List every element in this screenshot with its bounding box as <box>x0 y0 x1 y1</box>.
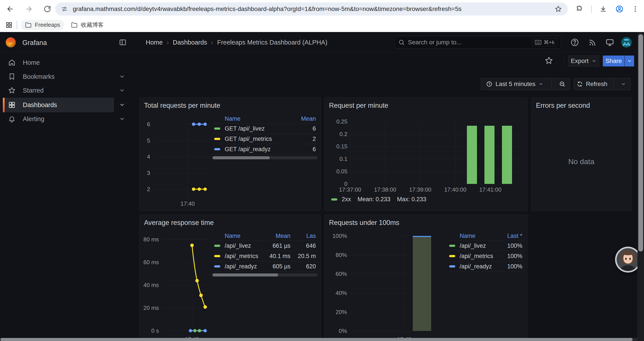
series-chip-yellow <box>449 255 455 257</box>
legend-table: Name Last * /api/_livez 100% /api/_metri… <box>448 231 524 272</box>
star-icon <box>8 87 16 94</box>
download-icon[interactable] <box>598 4 608 14</box>
url-bar[interactable]: grafana.mathmast.com/d/deytv4rwavabkb/fr… <box>55 3 568 16</box>
legend-row[interactable]: /api/_metrics 40.1 ms 20.5 m <box>212 251 318 261</box>
breadcrumb-current: Freeleaps Metrics Dashboard (ALPHA) <box>217 39 328 46</box>
chevron-down-icon[interactable] <box>119 102 125 108</box>
legend-col-name[interactable]: Name <box>460 233 494 239</box>
zoom-out-button[interactable] <box>555 78 570 90</box>
series-chip-blue <box>214 148 220 150</box>
series-chip-blue <box>214 265 220 267</box>
help-icon[interactable] <box>570 38 579 47</box>
legend-row[interactable]: GET /api/_livez 6 <box>212 124 318 134</box>
series-chip-green <box>331 198 337 201</box>
share-button[interactable]: Share <box>603 56 624 67</box>
forward-icon[interactable] <box>24 4 34 14</box>
legend-col-mean[interactable]: Mean <box>296 115 316 122</box>
legend-row[interactable]: /api/_livez 661 µs 646 <box>212 241 318 251</box>
chevron-down-icon[interactable] <box>119 88 125 93</box>
sidebar-item-home[interactable]: Home <box>0 56 132 70</box>
profile-icon[interactable] <box>615 4 624 14</box>
extensions-icon[interactable] <box>574 4 584 14</box>
horizontal-scrollbar-thumb[interactable] <box>0 338 632 341</box>
y-tick: 20% <box>328 309 347 315</box>
legend-row[interactable]: /api/_livez 100% <box>448 241 524 251</box>
legend-col-last[interactable]: Las <box>295 233 316 239</box>
folder-icon <box>25 22 32 29</box>
y-tick: 5 <box>143 137 150 144</box>
breadcrumb-dashboards[interactable]: Dashboards <box>173 39 207 46</box>
bookmark-folder-blogs[interactable]: 收藏博客 <box>67 19 108 31</box>
chevron-down-icon[interactable] <box>119 74 125 80</box>
legend-col-name[interactable]: Name <box>225 115 292 122</box>
keyboard-icon <box>535 40 542 45</box>
menu-dots-icon[interactable] <box>630 4 640 14</box>
dock-sidebar-icon[interactable] <box>119 39 126 46</box>
legend-col-mean[interactable]: Mean <box>264 233 290 239</box>
export-button[interactable]: Export <box>568 56 599 67</box>
legend-row[interactable]: /api/_readyz 605 µs 620 <box>212 261 318 272</box>
panel-avg-response-time[interactable]: Average response time 80 ms 60 ms 40 ms … <box>140 215 321 341</box>
refresh-group: Refresh <box>574 78 630 90</box>
site-settings-icon[interactable] <box>61 6 68 13</box>
panel-requests-under-100ms[interactable]: Requests under 100ms 100% 80% 60% 40% 20… <box>324 215 528 341</box>
favorite-star-icon[interactable] <box>544 56 553 65</box>
sidebar-item-bookmarks[interactable]: Bookmarks <box>0 70 132 84</box>
breadcrumb-separator: › <box>211 39 213 46</box>
legend-inline[interactable]: 2xx Mean: 0.233 Max: 0.233 <box>331 196 426 203</box>
series-chip-blue <box>449 265 455 267</box>
y-tick: 0.25 <box>329 118 348 125</box>
news-rss-icon[interactable] <box>588 38 597 47</box>
apps-grid-icon[interactable] <box>6 22 12 28</box>
legend-col-name[interactable]: Name <box>225 233 260 239</box>
url-text[interactable]: grafana.mathmast.com/d/deytv4rwavabkb/fr… <box>73 6 554 13</box>
time-range-picker[interactable]: Last 5 minutes <box>481 78 548 90</box>
refresh-button[interactable]: Refresh <box>574 78 610 90</box>
bookmark-folder-freeleaps[interactable]: Freeleaps <box>21 20 64 30</box>
bar-2xx <box>467 126 477 184</box>
bookmark-star-icon[interactable] <box>554 5 562 13</box>
y-tick: 4 <box>143 153 150 160</box>
series-chip-yellow <box>214 255 220 257</box>
legend-table: Name Mean GET /api/_livez 6 GET /api/_me… <box>212 114 318 159</box>
refresh-interval-dropdown[interactable] <box>616 78 630 90</box>
sidebar-item-starred[interactable]: Starred <box>0 83 132 97</box>
vertical-scrollbar-thumb[interactable] <box>638 34 643 251</box>
sidebar-item-label: Bookmarks <box>23 73 54 80</box>
panel-total-requests[interactable]: Total requests per minute 6 5 4 3 2 17:4… <box>140 97 321 211</box>
legend-row[interactable]: /api/_metrics 100% <box>448 251 524 261</box>
search-input[interactable] <box>408 39 529 46</box>
legend-row[interactable]: GET /api/_readyz 6 <box>212 144 318 154</box>
sidebar-item-alerting[interactable]: Alerting <box>0 112 132 126</box>
reload-icon[interactable] <box>42 4 52 14</box>
share-dropdown-button[interactable] <box>625 56 634 67</box>
horizontal-scrollbar-track[interactable] <box>0 338 638 341</box>
monitor-icon[interactable] <box>606 38 614 47</box>
user-avatar[interactable] <box>621 37 632 48</box>
sidebar-item-dashboards[interactable]: Dashboards <box>0 98 132 112</box>
x-tick: 17:37:00 <box>339 186 361 193</box>
legend-row[interactable]: GET /api/_metrics 2 <box>212 134 318 144</box>
legend-row[interactable]: /api/_readyz 100% <box>448 261 524 272</box>
panel-title: Request per minute <box>329 102 388 110</box>
dashboards-grid-icon <box>8 101 16 109</box>
chevron-down-icon <box>592 59 596 63</box>
panel-request-per-minute[interactable]: Request per minute 0.25 0.2 0.15 0.1 0.0… <box>324 97 528 211</box>
breadcrumb-home[interactable]: Home <box>146 39 163 46</box>
search-box[interactable]: ⌘+k <box>394 36 561 49</box>
grafana-logo[interactable] <box>6 37 16 47</box>
no-data-message: No data <box>532 157 631 166</box>
controls-divider <box>564 56 564 65</box>
x-tick: 17:39:00 <box>409 186 431 193</box>
y-tick: 6 <box>143 121 150 128</box>
back-icon[interactable] <box>5 4 15 14</box>
search-shortcut: ⌘+k <box>532 38 558 47</box>
legend-scrollbar[interactable] <box>212 156 318 159</box>
floating-assistant-avatar[interactable] <box>615 247 641 272</box>
legend-scrollbar[interactable] <box>212 273 318 276</box>
panel-errors-per-second[interactable]: Errors per second No data <box>531 97 631 211</box>
chevron-down-icon[interactable] <box>119 116 125 122</box>
y-tick: 60% <box>328 270 347 277</box>
x-tick: 17:38:00 <box>374 186 396 193</box>
legend-col-last[interactable]: Last * <box>498 233 522 239</box>
